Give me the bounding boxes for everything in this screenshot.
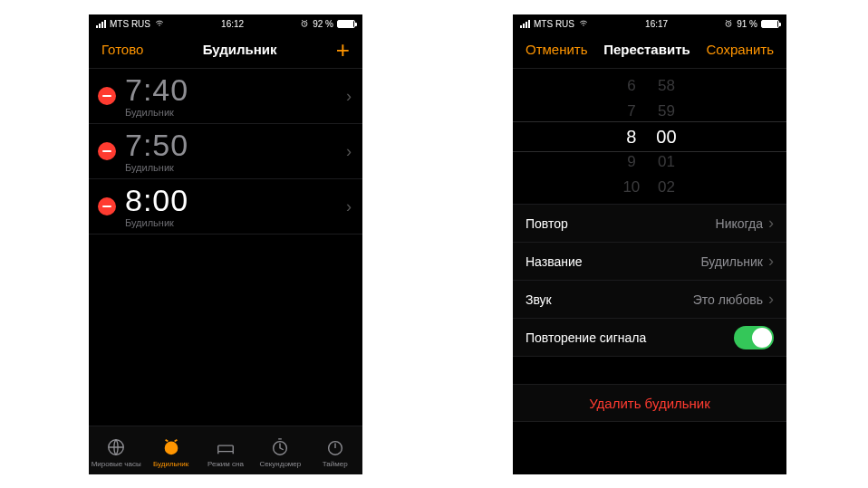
picker-selected: 00 [656,127,676,147]
setting-label: Название [526,254,583,269]
row-snooze: Повторение сигнала [513,319,786,357]
picker-value: 6 [627,76,635,96]
alarm-list: 7:40 Будильник › 7:50 Будильник › 8:00 Б… [89,69,362,426]
setting-label: Повторение сигнала [526,330,646,345]
status-left: MTS RUS [96,19,165,29]
alarm-row[interactable]: 8:00 Будильник › [89,179,362,234]
svg-rect-3 [218,445,234,451]
carrier-label: MTS RUS [110,19,150,29]
alarm-label: Будильник [125,162,346,173]
save-button[interactable]: Сохранить [706,42,774,57]
row-repeat[interactable]: Повтор Никогда› [513,205,786,243]
chevron-right-icon: › [768,252,774,271]
wifi-icon [154,19,165,28]
picker-value: 02 [658,177,675,197]
battery-label: 91 % [737,19,757,29]
timer-icon [324,436,346,458]
tab-alarm[interactable]: Будильник [144,436,198,468]
status-bar: MTS RUS 16:12 92 % [89,14,362,31]
chevron-right-icon: › [768,290,774,309]
alarm-time: 8:00 [125,185,346,215]
tab-label: Мировые часы [92,460,141,468]
signal-icon [520,20,530,28]
alarm-row[interactable]: 7:40 Будильник › [89,69,362,124]
alarm-time: 7:40 [125,74,346,105]
minute-column[interactable]: 58 59 00 01 02 [656,76,676,197]
svg-point-2 [164,442,178,455]
phone-left: MTS RUS 16:12 92 % Готово Будильник + 7:… [89,14,362,474]
page-title: Будильник [143,42,335,57]
alarm-icon [160,436,182,458]
chevron-right-icon: › [346,197,352,216]
wifi-icon [578,19,589,28]
alarm-label: Будильник [125,217,346,228]
alarm-time: 7:50 [125,129,346,160]
chevron-right-icon: › [346,87,352,106]
battery-label: 92 % [313,19,333,29]
alarm-icon [300,19,309,28]
tab-label: Режим сна [207,460,244,468]
row-sound[interactable]: Звук Это любовь› [513,281,786,319]
nav-header: Отменить Переставить Сохранить [513,31,786,69]
setting-value: Никогда [716,216,763,231]
tab-world-clock[interactable]: Мировые часы [89,436,143,468]
picker-value: 10 [622,177,640,197]
setting-label: Повтор [526,216,568,231]
tab-stopwatch[interactable]: Секундомер [253,436,307,468]
done-button[interactable]: Готово [101,42,143,57]
chevron-right-icon: › [346,142,352,161]
tab-bar: Мировые часы Будильник Режим сна Секундо… [89,426,362,474]
tab-label: Секундомер [259,460,301,468]
alarm-icon [724,19,733,28]
row-name[interactable]: Название Будильник› [513,243,786,281]
tab-label: Таймер [323,460,348,468]
stopwatch-icon [269,436,291,458]
snooze-toggle[interactable] [734,326,774,349]
time-picker[interactable]: 6 7 8 9 10 58 59 00 01 02 [513,69,786,205]
nav-header: Готово Будильник + [89,31,362,69]
clock-label: 16:12 [221,19,244,29]
hour-column[interactable]: 6 7 8 9 10 [622,76,640,197]
tab-bedtime[interactable]: Режим сна [198,436,253,468]
delete-minus-icon[interactable] [98,197,116,215]
alarm-row[interactable]: 7:50 Будильник › [89,124,362,179]
status-right: 92 % [300,19,355,29]
add-alarm-button[interactable]: + [336,38,350,62]
picker-value: 7 [627,101,635,121]
delete-minus-icon[interactable] [98,142,116,160]
picker-value: 9 [627,152,635,172]
bed-icon [215,436,236,458]
clock-label: 16:17 [645,19,668,29]
chevron-right-icon: › [768,214,774,233]
status-left: MTS RUS [520,19,589,29]
globe-icon [105,436,127,458]
carrier-label: MTS RUS [534,19,574,29]
alarm-label: Будильник [125,107,346,118]
setting-value: Будильник [700,254,763,269]
setting-value: Это любовь [693,292,763,307]
status-right: 91 % [724,19,779,29]
tab-timer[interactable]: Таймер [308,436,362,468]
delete-minus-icon[interactable] [98,87,116,105]
page-title: Переставить [588,42,707,57]
picker-selected: 8 [626,127,636,147]
delete-alarm-button[interactable]: Удалить будильник [513,384,786,422]
signal-icon [96,20,106,28]
battery-icon [337,20,355,28]
picker-value: 59 [658,101,675,121]
cancel-button[interactable]: Отменить [526,42,588,57]
battery-icon [761,20,779,28]
picker-value: 58 [658,76,675,96]
picker-value: 01 [658,152,675,172]
status-bar: MTS RUS 16:17 91 % [513,14,786,31]
setting-label: Звук [526,292,552,307]
tab-label: Будильник [153,460,188,468]
phone-right: MTS RUS 16:17 91 % Отменить Переставить … [513,14,786,474]
